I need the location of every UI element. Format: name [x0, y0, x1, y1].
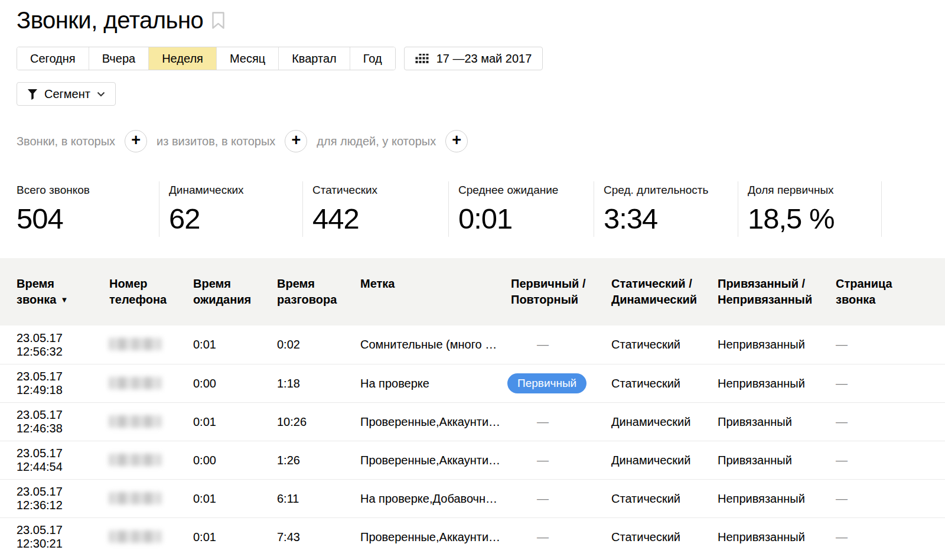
bound-unbound: Непривязанный: [718, 492, 836, 506]
column-header-static-dynamic[interactable]: Статический / Динамический: [611, 276, 718, 308]
call-time: 23.05.17 12:30:21: [0, 523, 109, 551]
primary-repeat: Первичный: [511, 373, 611, 393]
segment-label: Сегмент: [44, 87, 90, 101]
phone-number-blurred: [109, 492, 161, 504]
period-controls: Сегодня Вчера Неделя Месяц Квартал Год 1…: [0, 47, 945, 70]
talk-time: 6:11: [277, 492, 360, 506]
bookmark-button[interactable]: [211, 11, 225, 30]
call-page: —: [836, 530, 945, 544]
add-visit-filter-button[interactable]: +: [285, 130, 307, 152]
column-header-call-page[interactable]: Страница звонка: [836, 276, 945, 308]
call-time: 23.05.17 12:36:12: [0, 485, 109, 512]
table-row[interactable]: 23.05.17 12:46:38 0:01 10:26 Проверенные…: [0, 402, 945, 441]
tab-quarter[interactable]: Квартал: [278, 47, 350, 70]
call-page: —: [836, 377, 945, 390]
call-page: —: [836, 492, 945, 506]
static-dynamic: Динамический: [611, 454, 718, 467]
call-time: 23.05.17 12:49:18: [0, 370, 109, 397]
call-time: 23.05.17 12:56:32: [0, 331, 109, 359]
call-page: —: [836, 415, 945, 429]
call-tag: Сомнительные (много …: [360, 338, 511, 351]
wait-time: 0:01: [193, 530, 277, 544]
bound-unbound: Привязанный: [718, 415, 836, 429]
bound-unbound: Непривязанный: [718, 530, 836, 544]
phone-number: [109, 414, 193, 431]
metric-primary-share: Доля первичных 18,5 %: [738, 181, 882, 237]
phone-number-blurred: [109, 415, 161, 428]
call-page: —: [836, 454, 945, 467]
tab-today[interactable]: Сегодня: [17, 47, 89, 70]
phone-number-blurred: [109, 530, 161, 543]
metric-label: Всего звонков: [17, 184, 159, 197]
metrics-summary: Всего звонков 504 Динамических 62 Статич…: [17, 181, 945, 237]
column-header-bound-unbound[interactable]: Привязанный / Непривязанный: [718, 276, 836, 308]
call-tag: Проверенные,Аккаунти…: [360, 454, 511, 467]
talk-time: 1:26: [277, 454, 360, 467]
static-dynamic: Статический: [611, 338, 718, 351]
column-header-wait-time[interactable]: Время ожидания: [193, 276, 277, 308]
phone-number-blurred: [109, 377, 161, 389]
table-row[interactable]: 23.05.17 12:49:18 0:00 1:18 На проверке …: [0, 364, 945, 402]
sort-desc-icon: ▼: [60, 295, 68, 304]
calls-table-header: Время звонка▼ Номер телефона Время ожида…: [0, 258, 945, 325]
table-row[interactable]: 23.05.17 12:36:12 0:01 6:11 На проверке,…: [0, 479, 945, 517]
column-header-call-time[interactable]: Время звонка▼: [0, 276, 109, 309]
tab-month[interactable]: Месяц: [216, 47, 278, 70]
metric-static: Статических 442: [303, 181, 449, 237]
call-page: —: [836, 338, 945, 351]
table-row[interactable]: 23.05.17 12:56:32 0:01 0:02 Сомнительные…: [0, 325, 945, 364]
filter-calls-label: Звонки, в которых: [17, 135, 115, 148]
column-header-phone[interactable]: Номер телефона: [109, 276, 193, 308]
metric-value: 0:01: [458, 202, 594, 235]
period-tab-group: Сегодня Вчера Неделя Месяц Квартал Год: [17, 47, 396, 70]
segment-row: Сегмент: [0, 82, 945, 106]
phone-number: [109, 336, 193, 353]
calendar-icon: [415, 54, 429, 64]
metric-value: 504: [17, 202, 159, 235]
talk-time: 0:02: [277, 338, 360, 351]
tab-week[interactable]: Неделя: [148, 47, 216, 70]
static-dynamic: Динамический: [611, 415, 718, 429]
metric-label: Доля первичных: [748, 184, 881, 197]
funnel-icon: [27, 89, 38, 100]
phone-number: [109, 490, 193, 507]
add-people-filter-button[interactable]: +: [445, 130, 468, 152]
phone-number: [109, 375, 193, 392]
calls-table: Время звонка▼ Номер телефона Время ожида…: [0, 258, 945, 556]
call-tag: На проверке,Добавочн…: [360, 492, 511, 506]
date-range-label: 17 —23 май 2017: [436, 52, 532, 66]
primary-repeat: —: [511, 415, 611, 429]
call-time: 23.05.17 12:44:54: [0, 447, 109, 474]
metric-label: Сред. длительность: [604, 184, 738, 197]
date-range-picker[interactable]: 17 —23 май 2017: [404, 47, 543, 70]
tab-year[interactable]: Год: [350, 47, 395, 70]
talk-time: 7:43: [277, 530, 360, 544]
metric-value: 3:34: [604, 202, 738, 235]
table-row[interactable]: 23.05.17 12:44:54 0:00 1:26 Проверенные,…: [0, 441, 945, 479]
plus-icon: +: [452, 132, 461, 148]
bound-unbound: Непривязанный: [718, 377, 836, 390]
plus-icon: +: [131, 132, 141, 148]
primary-repeat: —: [511, 454, 611, 467]
metric-avg-wait: Среднее ожидание 0:01: [449, 181, 594, 237]
add-call-filter-button[interactable]: +: [125, 130, 147, 152]
filter-builder: Звонки, в которых + из визитов, в которы…: [0, 129, 945, 153]
segment-button[interactable]: Сегмент: [17, 82, 116, 106]
metric-label: Динамических: [169, 184, 302, 197]
bound-unbound: Привязанный: [718, 454, 836, 467]
column-header-tag[interactable]: Метка: [360, 276, 511, 292]
metric-avg-duration: Сред. длительность 3:34: [594, 181, 738, 237]
page-title: Звонки, детально: [17, 7, 203, 34]
static-dynamic: Статический: [611, 377, 718, 390]
bound-unbound: Непривязанный: [718, 338, 836, 351]
column-header-primary-repeat[interactable]: Первичный / Повторный: [511, 276, 611, 308]
call-tag: Проверенные,Аккаунти…: [360, 415, 511, 429]
metric-label: Статических: [312, 184, 448, 197]
filter-people-label: для людей, у которых: [317, 135, 436, 148]
table-row[interactable]: 23.05.17 12:30:21 0:01 7:43 Проверенные,…: [0, 517, 945, 556]
column-header-talk-time[interactable]: Время разговора: [277, 276, 360, 308]
static-dynamic: Статический: [611, 492, 718, 506]
call-tag: Проверенные,Аккаунти…: [360, 530, 511, 544]
phone-number-blurred: [109, 454, 161, 466]
tab-yesterday[interactable]: Вчера: [89, 47, 148, 70]
